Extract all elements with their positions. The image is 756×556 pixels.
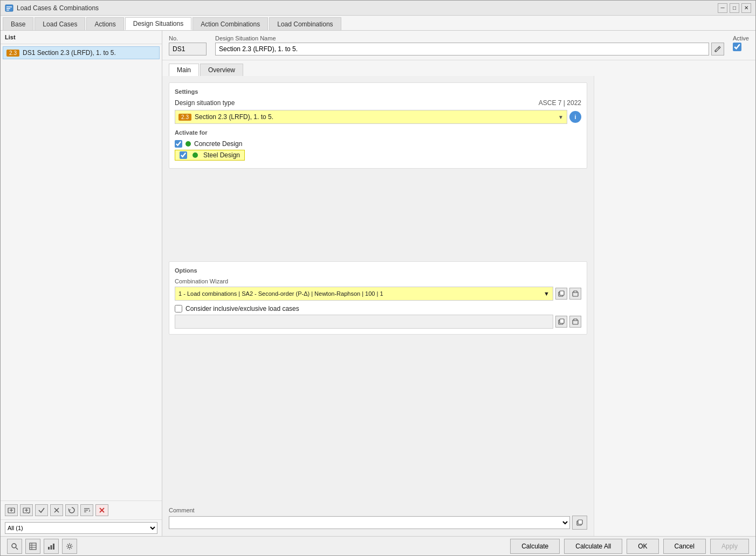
add-dropdown-btn[interactable]	[20, 504, 33, 516]
tab-action-combinations[interactable]: Action Combinations	[193, 17, 268, 30]
svg-rect-27	[574, 319, 577, 321]
list-item[interactable]: 2.3 DS1 Section 2.3 (LRFD), 1. to 5.	[3, 46, 160, 59]
main-content: Settings Design situation type ASCE 7 | …	[162, 76, 755, 536]
close-button[interactable]: ✕	[741, 3, 751, 13]
maximize-button[interactable]: □	[730, 3, 739, 13]
dropdown-badge: 2.3	[178, 114, 191, 121]
lower-spacer	[169, 341, 587, 501]
cancel-button[interactable]: Cancel	[663, 539, 706, 554]
svg-line-17	[718, 47, 719, 48]
active-checkbox[interactable]	[733, 43, 741, 51]
active-label: Active	[733, 35, 749, 41]
search-icon-btn[interactable]	[7, 539, 22, 554]
svg-rect-29	[578, 520, 582, 524]
svg-rect-3	[6, 10, 9, 11]
concrete-design-label: Concrete Design	[194, 140, 242, 148]
paste-btn-1[interactable]	[569, 288, 581, 300]
steel-design-dot	[193, 152, 198, 158]
form-body: Settings Design situation type ASCE 7 | …	[162, 76, 594, 536]
app-icon	[5, 4, 13, 12]
consider-inclusive-checkbox[interactable]	[175, 305, 182, 312]
info-button[interactable]: i	[569, 111, 581, 123]
comment-select[interactable]	[169, 516, 570, 529]
activate-for-label: Activate for	[175, 129, 581, 136]
graph-icon-btn[interactable]	[44, 539, 59, 554]
main-window: Load Cases & Combinations ─ □ ✕ Base Loa…	[0, 0, 756, 556]
edit-name-button[interactable]	[711, 43, 724, 55]
svg-rect-36	[48, 547, 50, 550]
inner-tab-main[interactable]: Main	[169, 64, 199, 76]
design-situation-name-label: Design Situation Name	[215, 35, 724, 41]
title-bar: Load Cases & Combinations ─ □ ✕	[1, 1, 755, 16]
ok-button[interactable]: OK	[627, 539, 658, 554]
comment-copy-btn[interactable]	[572, 516, 587, 530]
refresh-btn[interactable]	[65, 504, 78, 516]
tab-actions[interactable]: Actions	[86, 17, 123, 30]
list-item-label: DS1 Section 2.3 (LRFD), 1. to 5.	[23, 49, 116, 57]
paste-btn-2[interactable]	[569, 316, 581, 328]
inner-tab-overview[interactable]: Overview	[200, 64, 243, 76]
sort-btn[interactable]	[80, 504, 93, 516]
combination-wizard-group: Combination Wizard 1 - Load combinations…	[175, 278, 581, 301]
svg-rect-21	[560, 291, 564, 295]
svg-rect-32	[30, 543, 36, 550]
inner-tab-bar: Main Overview	[162, 60, 755, 76]
delete-btn[interactable]	[95, 504, 108, 516]
svg-point-39	[68, 545, 71, 547]
name-field-group: Design Situation Name	[215, 35, 724, 55]
design-situation-type-value: ASCE 7 | 2022	[539, 99, 581, 107]
table-icon-btn[interactable]	[25, 539, 40, 554]
options-section: Options Combination Wizard 1 - Load comb…	[169, 261, 587, 335]
combination-wizard-input[interactable]: 1 - Load combinations | SA2 - Second-ord…	[175, 287, 553, 301]
concrete-design-dot	[185, 141, 191, 147]
settings-title: Settings	[175, 88, 581, 95]
concrete-design-checkbox[interactable]	[175, 140, 182, 148]
filter-bar: All (1)	[1, 519, 162, 536]
settings-icon-btn[interactable]	[62, 539, 77, 554]
copy-btn-2[interactable]	[555, 316, 567, 328]
left-panel: List 2.3 DS1 Section 2.3 (LRFD), 1. to 5…	[1, 31, 162, 536]
tab-load-cases[interactable]: Load Cases	[35, 17, 85, 30]
calculate-button[interactable]: Calculate	[510, 539, 560, 554]
combination-wizard-label: Combination Wizard	[175, 278, 581, 284]
tab-load-combinations[interactable]: Load Combinations	[269, 17, 341, 30]
steel-design-checkbox[interactable]	[180, 151, 187, 159]
design-situation-name-input[interactable]	[215, 43, 709, 55]
comment-section: Comment	[169, 507, 587, 530]
svg-point-30	[12, 544, 16, 548]
minimize-button[interactable]: ─	[718, 3, 727, 13]
comment-row	[169, 516, 587, 530]
dropdown-arrow-icon: ▼	[558, 114, 563, 120]
svg-rect-1	[6, 6, 12, 8]
design-situation-dropdown[interactable]: 2.3 Section 2.3 (LRFD), 1. to 5. ▼	[175, 110, 567, 124]
combination-wizard-row: 1 - Load combinations | SA2 - Second-ord…	[175, 287, 581, 301]
window-controls: ─ □ ✕	[718, 3, 751, 13]
svg-rect-23	[574, 291, 577, 293]
right-sidebar	[594, 76, 755, 536]
copy-btn-1[interactable]	[555, 288, 567, 300]
svg-rect-2	[6, 8, 10, 9]
content-area: List 2.3 DS1 Section 2.3 (LRFD), 1. to 5…	[1, 31, 755, 536]
no-input[interactable]	[169, 43, 207, 55]
options-title: Options	[175, 267, 581, 274]
tab-bar: Base Load Cases Actions Design Situation…	[1, 16, 755, 31]
combination-wizard-arrow: ▼	[544, 290, 549, 297]
design-situation-dropdown-row: 2.3 Section 2.3 (LRFD), 1. to 5. ▼ i	[175, 110, 581, 124]
middle-spacer	[169, 175, 587, 255]
tab-design-situations[interactable]: Design Situations	[125, 17, 191, 30]
concrete-design-row: Concrete Design	[175, 140, 581, 148]
no-label: No.	[169, 35, 207, 41]
add-btn[interactable]	[5, 504, 18, 516]
svg-rect-25	[560, 319, 564, 323]
tab-base[interactable]: Base	[3, 17, 33, 30]
check-btn[interactable]	[35, 504, 48, 516]
list-item-badge: 2.3	[6, 50, 19, 57]
x-btn[interactable]	[50, 504, 63, 516]
filter-select[interactable]: All (1)	[5, 522, 157, 534]
left-panel-toolbar	[1, 501, 162, 519]
steel-design-label: Steel Design	[203, 151, 240, 159]
steel-design-row: Steel Design	[175, 150, 245, 161]
inclusive-combo-row	[175, 315, 581, 329]
calculate-all-button[interactable]: Calculate All	[564, 539, 622, 554]
apply-button[interactable]: Apply	[710, 539, 749, 554]
